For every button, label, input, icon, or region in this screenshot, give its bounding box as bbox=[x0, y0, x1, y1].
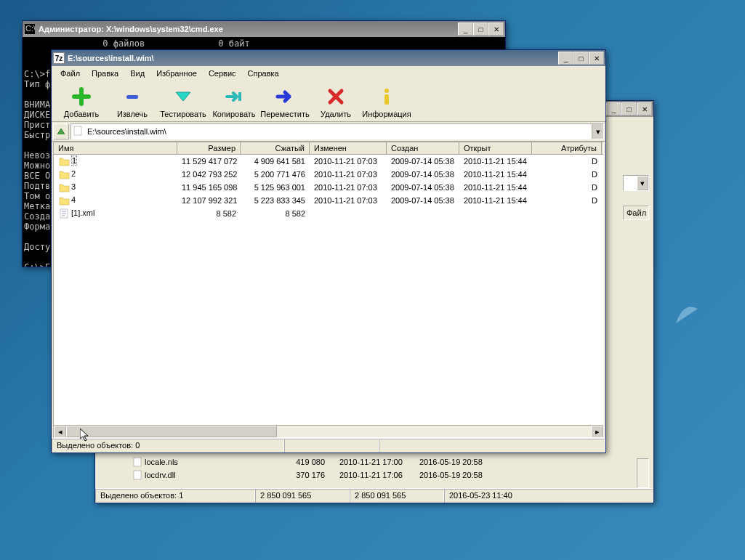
address-dropdown-button[interactable]: ▾ bbox=[592, 124, 603, 139]
bg7z-file-cell: Файл bbox=[623, 206, 649, 220]
delete-icon bbox=[324, 85, 347, 108]
file-icon bbox=[73, 126, 84, 137]
address-path: E:\sources\install.wim\ bbox=[86, 127, 592, 136]
bg7z-combo[interactable]: ▾ bbox=[623, 175, 649, 191]
move-icon bbox=[273, 85, 297, 108]
svg-rect-8 bbox=[74, 126, 81, 135]
list-row[interactable]: 212 042 793 2525 200 771 4762010-11-21 0… bbox=[54, 168, 603, 181]
col-packed[interactable]: Сжатый bbox=[241, 142, 310, 154]
extract-icon bbox=[121, 85, 144, 108]
col-name[interactable]: Имя bbox=[54, 142, 177, 154]
col-attr[interactable]: Атрибуты bbox=[532, 142, 602, 154]
copy-icon bbox=[222, 85, 246, 108]
svg-rect-7 bbox=[384, 94, 389, 105]
cmd-maximize-button[interactable]: □ bbox=[473, 23, 488, 36]
svg-rect-4 bbox=[126, 95, 138, 99]
cmd-icon: C:\ bbox=[24, 23, 36, 35]
menu-справка[interactable]: Справка bbox=[242, 68, 285, 79]
scroll-right-button[interactable]: ▸ bbox=[591, 426, 603, 438]
menu-правка[interactable]: Правка bbox=[86, 68, 124, 79]
file-list: Имя Размер Сжатый Изменен Создан Открыт … bbox=[53, 142, 604, 438]
addressbar: E:\sources\install.wim\ ▾ bbox=[52, 122, 605, 142]
svg-text:C:\: C:\ bbox=[25, 24, 35, 33]
menubar: ФайлПравкаВидИзбранноеСервисСправка bbox=[52, 66, 605, 81]
menu-избранное[interactable]: Избранное bbox=[150, 68, 203, 79]
extract-button[interactable]: Извлечь bbox=[107, 85, 158, 118]
close-button[interactable]: ✕ bbox=[589, 52, 604, 65]
bg7z-row-locdrv[interactable]: locdrv.dll 370 176 2010-11-21 17:06 2016… bbox=[132, 468, 499, 482]
test-icon bbox=[172, 85, 195, 108]
add-icon bbox=[70, 85, 93, 108]
cmd-minimize-button[interactable]: _ bbox=[458, 23, 473, 36]
cmd-close-button[interactable]: ✕ bbox=[488, 23, 504, 36]
svg-rect-2 bbox=[134, 458, 141, 466]
bg7z-vscroll[interactable] bbox=[637, 458, 649, 488]
copy-button[interactable]: Копировать bbox=[209, 85, 259, 118]
minimize-button[interactable]: _ bbox=[558, 52, 573, 65]
chevron-down-icon[interactable]: ▾ bbox=[637, 176, 648, 190]
menu-файл[interactable]: Файл bbox=[55, 68, 86, 79]
maximize-button[interactable]: □ bbox=[573, 52, 589, 65]
info-icon bbox=[375, 85, 398, 108]
col-created[interactable]: Создан bbox=[387, 142, 459, 154]
svg-point-6 bbox=[384, 89, 389, 93]
bg7z-maximize-button[interactable]: □ bbox=[621, 102, 637, 115]
up-button[interactable] bbox=[53, 123, 69, 139]
file-icon bbox=[58, 208, 70, 219]
scroll-track[interactable] bbox=[66, 426, 591, 437]
status-selection: Выделено объектов: 0 bbox=[52, 439, 284, 453]
add-button[interactable]: Добавить bbox=[56, 85, 107, 118]
col-opened[interactable]: Открыт bbox=[459, 142, 532, 154]
7zip-window: 7z E:\sources\install.wim\ _ □ ✕ ФайлПра… bbox=[51, 49, 606, 453]
svg-rect-3 bbox=[134, 471, 141, 479]
wallpaper-decoration bbox=[672, 298, 701, 327]
statusbar: Выделено объектов: 0 bbox=[52, 438, 605, 453]
list-row[interactable]: 311 945 165 0985 125 963 0012010-11-21 0… bbox=[54, 181, 603, 194]
info-button[interactable]: Информация bbox=[361, 85, 412, 118]
address-input[interactable]: E:\sources\install.wim\ ▾ bbox=[71, 123, 604, 139]
cmd-title: Администратор: X:\windows\system32\cmd.e… bbox=[39, 25, 458, 33]
list-row[interactable]: 412 107 992 3215 223 833 3452010-11-21 0… bbox=[54, 194, 603, 207]
file-icon bbox=[132, 469, 143, 481]
folder-icon bbox=[58, 195, 70, 206]
cmd-titlebar[interactable]: C:\ Администратор: X:\windows\system32\c… bbox=[23, 21, 505, 37]
7zip-title: E:\sources\install.wim\ bbox=[68, 54, 558, 62]
delete-button[interactable]: Удалить bbox=[310, 85, 361, 118]
list-row[interactable]: 111 529 417 0724 909 641 5812010-11-21 0… bbox=[54, 155, 603, 168]
scroll-left-button[interactable]: ◂ bbox=[54, 426, 66, 438]
list-row[interactable]: [1].xml8 5828 582 bbox=[54, 207, 603, 220]
folder-icon bbox=[58, 155, 70, 167]
file-icon bbox=[132, 456, 143, 468]
column-headers: Имя Размер Сжатый Изменен Создан Открыт … bbox=[54, 142, 603, 155]
svg-rect-5 bbox=[238, 92, 241, 101]
folder-icon bbox=[58, 169, 70, 180]
menu-вид[interactable]: Вид bbox=[124, 68, 150, 79]
col-size[interactable]: Размер bbox=[177, 142, 241, 154]
horizontal-scrollbar[interactable]: ◂ ▸ bbox=[54, 425, 603, 437]
test-button[interactable]: Тестировать bbox=[158, 85, 209, 118]
toolbar: ДобавитьИзвлечьТестироватьКопироватьПере… bbox=[52, 81, 605, 122]
7zip-icon: 7z bbox=[53, 52, 65, 64]
col-modified[interactable]: Изменен bbox=[310, 142, 387, 154]
bg7z-minimize-button[interactable]: _ bbox=[606, 102, 621, 115]
bg7z-row-locale[interactable]: locale.nls 419 080 2010-11-21 17:00 2016… bbox=[132, 455, 499, 468]
move-button[interactable]: Переместить bbox=[259, 85, 310, 118]
bg7z-close-button[interactable]: ✕ bbox=[637, 102, 652, 115]
menu-сервис[interactable]: Сервис bbox=[203, 68, 242, 79]
7zip-titlebar[interactable]: 7z E:\sources\install.wim\ _ □ ✕ bbox=[52, 50, 605, 66]
folder-icon bbox=[58, 182, 70, 193]
scroll-thumb[interactable] bbox=[66, 426, 277, 437]
bg7z-statusbar: Выделено объектов: 1 2 850 091 565 2 850… bbox=[95, 488, 653, 503]
